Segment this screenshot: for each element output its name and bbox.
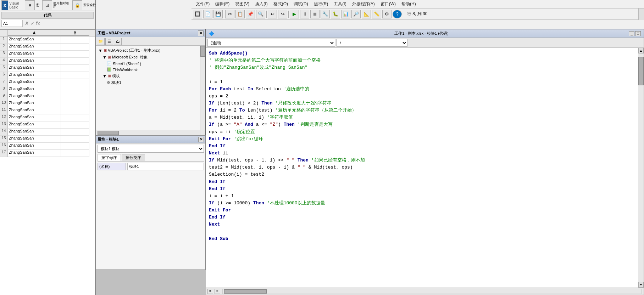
toolbar-scrollbar[interactable] (638, 8, 644, 20)
cell-b-6[interactable] (61, 72, 89, 79)
cell-a-7[interactable]: ZhangSanSan (8, 79, 61, 86)
cell-b-13[interactable] (61, 121, 89, 129)
cell-b-8[interactable] (61, 86, 89, 93)
tb-help[interactable]: ? (393, 10, 402, 18)
restore-btn[interactable]: □ (635, 31, 641, 36)
minimize-btn[interactable]: _ (629, 31, 634, 36)
vba-menu-编辑(E)[interactable]: 编辑(E) (212, 0, 232, 8)
tree-excel-objects[interactable]: ▼ ⊞ Microsoft Excel 对象 (102, 54, 204, 61)
tb-undo[interactable]: ↩ (268, 10, 277, 18)
tb-redo[interactable]: ↪ (278, 10, 287, 18)
tb-find[interactable]: 🔍 (256, 10, 265, 18)
scroll-up[interactable]: ▲ (638, 48, 644, 53)
project-panel-title: 工程 - VBAProject (98, 30, 130, 36)
tb-view-excel[interactable]: 🔲 (193, 10, 202, 18)
split-btn2[interactable]: ≡ (215, 289, 220, 294)
proj-search-btn[interactable]: 🗂 (114, 38, 122, 45)
split-btn1[interactable]: = (207, 289, 213, 294)
cell-a-2[interactable]: ZhangSanSan (8, 44, 61, 51)
security-btn[interactable]: 🔒 (72, 0, 82, 10)
cell-b-1[interactable] (61, 36, 89, 44)
code-display[interactable]: Sub AddSpace() ' 将选中的单元格的第二个大写字符的前面加一个空格… (206, 48, 638, 288)
props-close[interactable]: ✕ (198, 137, 204, 142)
vba-menu-窗口(W)[interactable]: 窗口(W) (378, 0, 399, 8)
cell-a-9[interactable]: ZhangSanSan (8, 93, 61, 100)
tab-alpha[interactable]: 按字母序 (98, 154, 121, 161)
vba-toolbar: 🔲 📄 💾 ✂ 📋 📌 🔍 ↩ ↪ ▶ ⏸ ⏹ 🔧 🐛 📊 🔎 📐 📏 ⚙ ? … (191, 8, 644, 20)
vba-menu-插入(I)[interactable]: 插入(I) (252, 0, 270, 8)
cell-b-3[interactable] (61, 51, 89, 58)
cell-b-11[interactable] (61, 107, 89, 114)
proj-list-btn[interactable]: ☰ (105, 38, 113, 45)
tb-cut[interactable]: ✂ (225, 10, 234, 18)
cell-b-15[interactable] (61, 136, 89, 143)
cell-a-8[interactable]: ZhangSanSan (8, 86, 61, 93)
tb-debug4[interactable]: 📐 (362, 10, 371, 18)
scope-dropdown[interactable]: (通用) (207, 39, 335, 47)
tb-run[interactable]: ▶ (290, 10, 299, 18)
proj-vert-scrollbar[interactable] (200, 46, 205, 135)
macro-btn[interactable]: ≡ (25, 0, 35, 10)
tb-debug3[interactable]: 🔎 (351, 10, 361, 18)
scroll-down[interactable]: ▼ (638, 282, 644, 288)
vba-menu-文件(F)[interactable]: 文件(F) (193, 0, 212, 8)
cell-a-12[interactable]: ZhangSanSan (8, 114, 61, 121)
excel-icon[interactable]: x (1, 0, 8, 10)
tree-modules[interactable]: ▼ ⊞ 模块 (102, 73, 204, 79)
vba-menu-格式(O)[interactable]: 格式(O) (271, 0, 291, 8)
cell-b-4[interactable] (61, 58, 89, 65)
tb-design[interactable]: 🔧 (321, 10, 330, 18)
vba-menu-帮助(H)[interactable]: 帮助(H) (399, 0, 419, 8)
tree-vbaproject[interactable]: ▼ ⊞ VBAProject (工作1 - 副本.xlsx) (98, 47, 204, 54)
cell-a-16[interactable]: ZhangSanSan (8, 143, 61, 150)
cell-a-1[interactable]: ZhangSanSan (8, 36, 61, 44)
cell-a-14[interactable]: ZhangSanSan (8, 129, 61, 136)
proj-horiz-scrollbar[interactable] (96, 130, 200, 135)
cell-a-17[interactable]: ZhangSanSan (8, 150, 61, 157)
cell-a-3[interactable]: ZhangSanSan (8, 51, 61, 58)
tree-thisworkbook[interactable]: 📗 ThisWorkbook (106, 67, 204, 73)
cell-a-11[interactable]: ZhangSanSan (8, 107, 61, 114)
tb-save[interactable]: 💾 (213, 10, 223, 18)
cell-b-5[interactable] (61, 65, 89, 72)
cell-b-16[interactable] (61, 143, 89, 150)
tb-insert[interactable]: 📄 (203, 10, 212, 18)
tb-paste[interactable]: 📌 (246, 10, 255, 18)
props-select[interactable]: 模块1 模块 (98, 145, 204, 153)
cell-a-5[interactable]: ZhangSanSan (8, 65, 61, 72)
cell-a-13[interactable]: ZhangSanSan (8, 121, 61, 129)
cell-a-6[interactable]: ZhangSanSan (8, 72, 61, 79)
vba-menu-运行(R)[interactable]: 运行(R) (311, 0, 331, 8)
cell-b-12[interactable] (61, 114, 89, 121)
cell-a-4[interactable]: ZhangSanSan (8, 58, 61, 65)
proj-folder-btn[interactable]: 📁 (97, 38, 105, 45)
code-hscrollbar[interactable] (222, 289, 642, 294)
vba-menu-调试(D)[interactable]: 调试(D) (291, 0, 311, 8)
vba-menu-视图(V)[interactable]: 视图(V) (232, 0, 252, 8)
cell-b-9[interactable] (61, 93, 89, 100)
tb-pause[interactable]: ⏸ (300, 10, 309, 18)
tb-debug2[interactable]: 📊 (341, 10, 350, 18)
cell-b-14[interactable] (61, 129, 89, 136)
cell-b-2[interactable] (61, 44, 89, 51)
code-vscrollbar[interactable]: ▲ ▼ (638, 48, 644, 288)
tb-debug5[interactable]: 📏 (372, 10, 381, 18)
vba-menu-外接程序(A)[interactable]: 外接程序(A) (349, 0, 378, 8)
tb-debug6[interactable]: ⚙ (382, 10, 392, 18)
tb-copy[interactable]: 📋 (235, 10, 245, 18)
proc-dropdown[interactable]: t (337, 39, 407, 47)
tree-module1[interactable]: ⚙ 模块1 (106, 79, 204, 86)
cell-b-10[interactable] (61, 100, 89, 107)
tb-stop[interactable]: ⏹ (310, 10, 320, 18)
cell-a-10[interactable]: ZhangSanSan (8, 100, 61, 107)
vba-menu-工具(I)[interactable]: 工具(I) (331, 0, 349, 8)
cell-b-7[interactable] (61, 79, 89, 86)
tab-category[interactable]: 按分类序 (122, 154, 145, 161)
cell-ref-box[interactable]: A1 (1, 20, 23, 27)
tree-sheet1[interactable]: 📄 Sheet1 (Sheet1) (106, 61, 204, 67)
cell-b-17[interactable] (61, 150, 89, 157)
project-panel-close[interactable]: ✕ (198, 30, 204, 36)
ref-btn[interactable]: ☑ (42, 0, 52, 10)
cell-a-15[interactable]: ZhangSanSan (8, 136, 61, 143)
tb-debug1[interactable]: 🐛 (331, 10, 340, 18)
